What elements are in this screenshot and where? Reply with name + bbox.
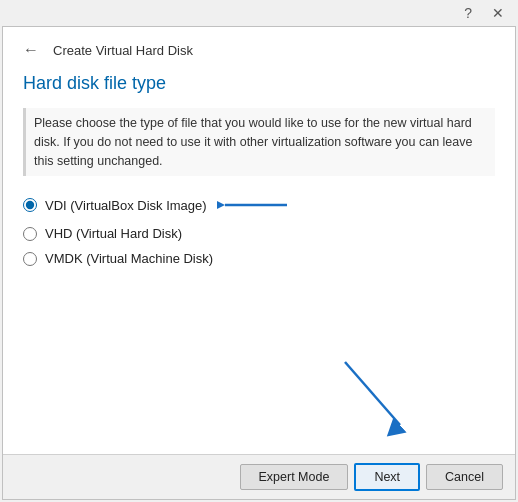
dialog-footer: Expert Mode Next Cancel [3,454,515,499]
dialog-title: Create Virtual Hard Disk [53,43,193,58]
option-vmdk[interactable]: VMDK (Virtual Machine Disk) [23,251,495,266]
svg-line-3 [345,362,400,425]
options-group: VDI (VirtualBox Disk Image) VHD (Virtual… [23,194,495,266]
option-vdi[interactable]: VDI (VirtualBox Disk Image) [23,198,207,213]
section-title: Hard disk file type [23,73,495,94]
help-button[interactable]: ? [458,4,478,22]
cancel-button[interactable]: Cancel [426,464,503,490]
option-vhd[interactable]: VHD (Virtual Hard Disk) [23,226,495,241]
spacer [23,266,495,442]
option-vhd-label: VHD (Virtual Hard Disk) [45,226,182,241]
title-bar: ? ✕ [0,0,518,26]
dialog-body: Hard disk file type Please choose the ty… [3,69,515,454]
next-button[interactable]: Next [354,463,420,491]
radio-vmdk[interactable] [23,252,37,266]
dialog-header: ← Create Virtual Hard Disk [3,27,515,69]
description-text: Please choose the type of file that you … [23,108,495,176]
close-button[interactable]: ✕ [486,4,510,22]
arrow-left-icon [217,194,287,216]
dialog: ← Create Virtual Hard Disk Hard disk fil… [2,26,516,500]
radio-vhd[interactable] [23,227,37,241]
expert-mode-button[interactable]: Expert Mode [240,464,349,490]
radio-vdi[interactable] [23,198,37,212]
arrow-down-icon [335,357,415,437]
back-button[interactable]: ← [19,39,43,61]
option-vdi-label: VDI (VirtualBox Disk Image) [45,198,207,213]
option-vmdk-label: VMDK (Virtual Machine Disk) [45,251,213,266]
